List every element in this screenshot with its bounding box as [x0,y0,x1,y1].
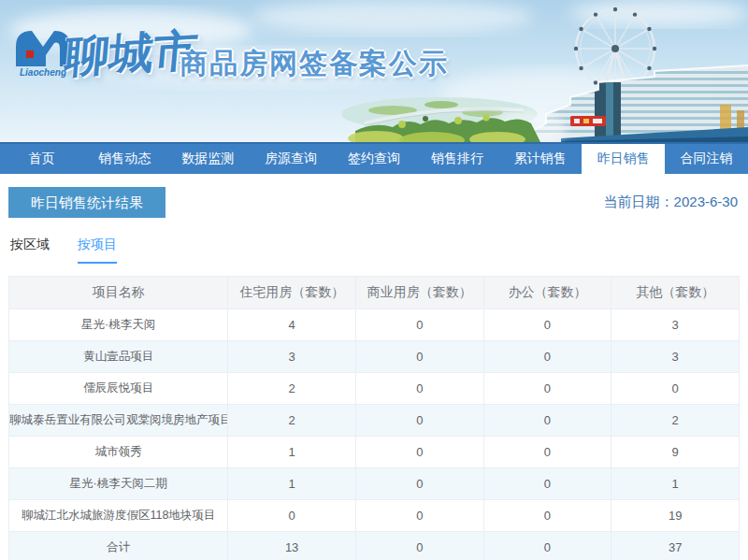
count-cell: 0 [483,532,611,560]
nav-item-sales-activity[interactable]: 销售动态 [83,144,166,174]
nav-item-sales-ranking[interactable]: 销售排行 [415,144,498,174]
column-header: 住宅用房（套数） [228,277,356,309]
page-content: 昨日销售统计结果 当前日期：2023-6-30 按区域按项目 项目名称住宅用房（… [0,187,748,560]
section-title: 昨日销售统计结果 [8,187,165,218]
current-date: 当前日期：2023-6-30 [604,194,740,211]
column-header: 商业用房（套数） [355,277,483,309]
count-cell: 37 [611,532,740,560]
count-cell: 9 [611,437,740,468]
main-nav: 首页销售动态数据监测房源查询签约查询销售排行累计销售昨日销售合同注销 [0,142,748,174]
table-row: 聊城泰岳置业有限公司观棠阅境房地产项目2002 [9,405,740,437]
nav-item-home[interactable]: 首页 [0,144,83,174]
count-cell: 2 [228,405,356,437]
project-name-cell: 合计 [9,532,228,560]
count-cell: 2 [611,405,740,437]
table-row: 星光·桃李天阅二期1001 [9,468,740,500]
column-header: 项目名称 [9,277,228,309]
count-cell: 13 [228,532,356,560]
count-cell: 1 [228,437,356,468]
nav-item-yesterday-sales[interactable]: 昨日销售 [582,144,665,174]
nav-item-contract-cancel[interactable]: 合同注销 [665,144,748,174]
count-cell: 2 [228,373,356,405]
count-cell: 0 [355,532,483,560]
table-row: 城市领秀1009 [9,437,740,468]
tab-by-region[interactable]: 按区域 [10,237,50,264]
count-cell: 3 [228,341,356,373]
project-name-cell: 聊城泰岳置业有限公司观棠阅境房地产项目 [9,405,228,437]
count-cell: 0 [355,500,483,532]
table-row: 聊城江北水城旅游度假区118地块项目00019 [9,500,740,532]
site-banner: Liaocheng 聊城市 商品房网签备案公示 [0,0,748,142]
page-head: 昨日销售统计结果 当前日期：2023-6-30 [8,187,740,218]
count-cell: 3 [611,341,740,373]
count-cell: 0 [483,373,611,405]
count-cell: 0 [483,341,611,373]
view-tabs: 按区域按项目 [8,237,740,264]
count-cell: 0 [355,373,483,405]
project-name-cell: 黄山壹品项目 [9,341,228,373]
count-cell: 1 [228,468,356,500]
nav-item-total-sales[interactable]: 累计销售 [498,144,582,174]
nav-item-contract-query[interactable]: 签约查询 [333,144,416,174]
project-name-cell: 聊城江北水城旅游度假区118地块项目 [9,500,228,532]
sales-table: 项目名称住宅用房（套数）商业用房（套数）办公（套数）其他（套数） 星光·桃李天阅… [8,276,740,560]
project-name-cell: 城市领秀 [9,437,228,468]
count-cell: 0 [355,468,483,500]
count-cell: 0 [355,437,483,468]
column-header: 其他（套数） [611,277,740,309]
count-cell: 0 [355,341,483,373]
tab-by-project[interactable]: 按项目 [78,237,117,264]
project-name-cell: 星光·桃李天阅二期 [9,468,228,500]
count-cell: 0 [483,309,611,341]
table-header-row: 项目名称住宅用房（套数）商业用房（套数）办公（套数）其他（套数） [9,277,740,309]
count-cell: 0 [483,405,611,437]
current-date-value: 2023-6-30 [674,194,738,209]
project-name-cell: 儒辰辰悦项目 [9,373,228,405]
count-cell: 0 [611,373,740,405]
count-cell: 0 [355,309,483,341]
current-date-label: 当前日期： [604,194,674,209]
count-cell: 3 [611,309,740,341]
column-header: 办公（套数） [483,277,611,309]
count-cell: 0 [355,405,483,437]
nav-item-listing-query[interactable]: 房源查询 [250,144,333,174]
project-name-cell: 星光·桃李天阅 [9,309,228,341]
count-cell: 0 [483,468,611,500]
count-cell: 1 [611,468,740,500]
count-cell: 19 [611,500,740,532]
total-row: 合计130037 [9,532,740,560]
count-cell: 0 [483,500,611,532]
count-cell: 0 [483,437,611,468]
table-row: 儒辰辰悦项目2000 [9,373,740,405]
table-row: 星光·桃李天阅4003 [9,309,740,341]
site-title: 商品房网签备案公示 [180,45,449,83]
count-cell: 4 [228,309,356,341]
count-cell: 0 [228,500,356,532]
table-row: 黄山壹品项目3003 [9,341,740,373]
nav-item-data-monitor[interactable]: 数据监测 [166,144,250,174]
